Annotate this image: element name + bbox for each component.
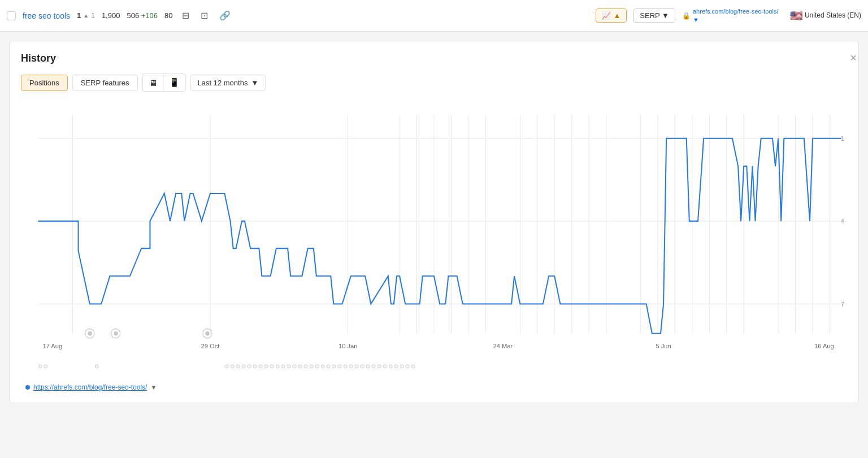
svg-text:10 Jan: 10 Jan <box>338 343 358 349</box>
serp-marker[interactable]: ⊙ <box>38 363 42 369</box>
top-bar: free seo tools 1 ▲ 1 1,900 506 +106 80 ⊟… <box>0 0 868 32</box>
serp-marker[interactable]: ⊙ <box>230 363 235 369</box>
link-icon[interactable]: 🔗 <box>217 9 233 22</box>
serp-marker[interactable]: ⊙ <box>343 363 348 369</box>
serp-marker[interactable]: ⊙ <box>224 363 229 369</box>
mobile-device-btn[interactable]: 📱 <box>163 74 186 92</box>
position-number: 1 <box>77 11 81 20</box>
svg-text:⚙: ⚙ <box>205 331 210 336</box>
serp-marker[interactable]: ⊙ <box>258 363 263 369</box>
serp-marker[interactable]: ⊙ <box>383 363 387 369</box>
serp-markers-row: ⊙ ⊙ ⊙ ⊙ ⊙ ⊙ ⊙ ⊙ ⊙ ⊙ ⊙ ⊙ ⊙ ⊙ ⊙ ⊙ ⊙ ⊙ ⊙ ⊙ <box>38 363 836 377</box>
serp-marker[interactable]: ⊙ <box>44 363 48 369</box>
chart-svg: 1 4 7 17 Aug 29 Oct 10 Jan 24 Mar 5 Jun … <box>21 103 847 363</box>
lock-icon: 🔒 <box>682 12 691 20</box>
close-button[interactable]: × <box>850 52 857 63</box>
svg-text:7: 7 <box>841 300 844 307</box>
tab-positions[interactable]: Positions <box>21 75 68 91</box>
chart-button[interactable]: 📈 ▲ <box>596 8 627 23</box>
serp-marker[interactable]: ⊙ <box>253 363 257 369</box>
position-arrow: ▲ <box>83 12 89 19</box>
serp-marker[interactable]: ⊙ <box>281 363 285 369</box>
serp-marker[interactable]: ⊙ <box>236 363 240 369</box>
country-cell: 🇺🇸 United States (EN) <box>790 10 861 22</box>
legend-row: https://ahrefs.com/blog/free-seo-tools/ … <box>21 383 847 391</box>
serp-marker[interactable]: ⊙ <box>309 363 314 369</box>
legend-url[interactable]: https://ahrefs.com/blog/free-seo-tools/ <box>33 383 147 391</box>
chart-icon: 📈 <box>602 11 611 20</box>
serp-marker[interactable]: ⊙ <box>405 363 410 369</box>
svg-text:⚙: ⚙ <box>88 331 92 336</box>
legend-arrow[interactable]: ▼ <box>150 384 157 391</box>
flag-icon: 🇺🇸 <box>790 10 802 22</box>
svg-text:5 Jun: 5 Jun <box>656 343 671 349</box>
serp-marker[interactable]: ⊙ <box>388 363 393 369</box>
serp-marker[interactable]: ⊙ <box>371 363 376 369</box>
serp-marker[interactable]: ⊙ <box>247 363 251 369</box>
position-cell: 1 ▲ 1 <box>77 11 95 20</box>
url-link[interactable]: 🔒 ahrefs.com/blog/free-seo-tools/ ▼ <box>682 7 783 24</box>
copy-icon[interactable]: ⊡ <box>198 9 210 22</box>
legend-dot <box>25 385 30 390</box>
serp-button[interactable]: SERP ▼ <box>633 8 675 23</box>
panel-title: History <box>21 53 847 64</box>
history-panel: History × Positions SERP features 🖥 📱 La… <box>9 41 859 403</box>
serp-marker[interactable]: ⊙ <box>270 363 274 369</box>
serp-marker[interactable]: ⊙ <box>332 363 336 369</box>
serp-marker[interactable]: ⊙ <box>337 363 342 369</box>
chart-up-icon: ▲ <box>613 11 620 20</box>
url-text: ahrefs.com/blog/free-seo-tools/ ▼ <box>693 7 783 24</box>
desktop-device-btn[interactable]: 🖥 <box>142 74 163 92</box>
serp-marker[interactable]: ⊙ <box>354 363 359 369</box>
serp-marker[interactable]: ⊙ <box>264 363 268 369</box>
serp-marker[interactable]: ⊙ <box>326 363 331 369</box>
serp-marker[interactable]: ⊙ <box>241 363 246 369</box>
row-checkbox[interactable] <box>7 11 16 20</box>
serp-marker[interactable]: ⊙ <box>275 363 280 369</box>
period-label: Last 12 months <box>198 79 248 87</box>
serp-marker[interactable]: ⊙ <box>349 363 353 369</box>
chart-container: 1 4 7 17 Aug 29 Oct 10 Jan 24 Mar 5 Jun … <box>21 103 847 363</box>
serp-marker[interactable]: ⊙ <box>400 363 404 369</box>
history-panel-wrapper: History × Positions SERP features 🖥 📱 La… <box>0 41 868 403</box>
kd-value: 80 <box>164 11 172 20</box>
serp-marker[interactable]: ⊙ <box>303 363 308 369</box>
serp-marker[interactable]: ⊙ <box>287 363 291 369</box>
serp-marker[interactable]: ⊙ <box>320 363 325 369</box>
serp-marker[interactable]: ⊙ <box>394 363 398 369</box>
tab-serp-features[interactable]: SERP features <box>72 75 138 91</box>
svg-text:⚙: ⚙ <box>114 331 118 336</box>
serp-marker[interactable]: ⊙ <box>94 363 99 369</box>
serp-marker[interactable]: ⊙ <box>360 363 364 369</box>
svg-text:16 Aug: 16 Aug <box>814 343 834 349</box>
position-change: 1 <box>91 12 95 20</box>
svg-text:24 Mar: 24 Mar <box>493 343 513 349</box>
serp-marker[interactable]: ⊙ <box>315 363 319 369</box>
serp-marker[interactable]: ⊙ <box>298 363 302 369</box>
keyword-link[interactable]: free seo tools <box>23 11 70 20</box>
serp-marker[interactable]: ⊙ <box>292 363 297 369</box>
svg-text:29 Oct: 29 Oct <box>201 343 220 349</box>
period-arrow: ▼ <box>251 79 258 87</box>
info-icon[interactable]: ⊟ <box>180 9 192 22</box>
traffic-delta: +106 <box>141 11 158 20</box>
serp-marker[interactable]: ⊙ <box>377 363 381 369</box>
period-button[interactable]: Last 12 months ▼ <box>190 75 266 91</box>
volume: 1,900 <box>102 11 120 20</box>
device-group: 🖥 📱 <box>142 74 186 92</box>
filter-row: Positions SERP features 🖥 📱 Last 12 mont… <box>21 74 847 92</box>
serp-marker[interactable]: ⊙ <box>411 363 415 369</box>
serp-marker[interactable]: ⊙ <box>366 363 370 369</box>
country-name: United States (EN) <box>805 11 861 20</box>
svg-text:4: 4 <box>841 218 844 224</box>
svg-text:17 Aug: 17 Aug <box>42 343 62 349</box>
traffic: 506 +106 <box>127 11 158 20</box>
